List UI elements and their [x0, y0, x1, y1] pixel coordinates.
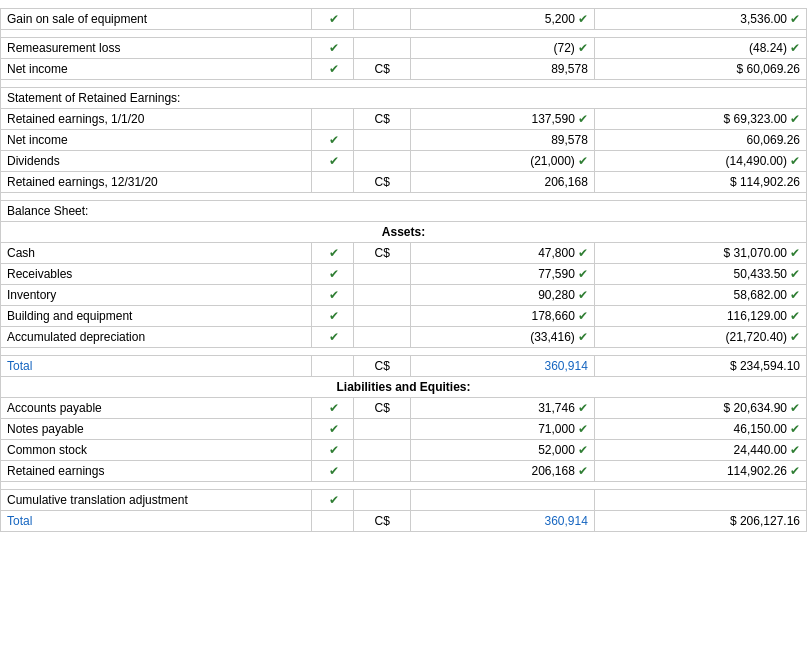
row-label: Building and equipment: [1, 306, 312, 327]
val1-cell: 206,168: [411, 172, 595, 193]
val2-cell: 24,440.00✔: [594, 440, 806, 461]
liabilities-header: Liabilities and Equities:: [1, 377, 807, 398]
currency-col: [354, 130, 411, 151]
val2-cell: 3,536.00✔: [594, 9, 806, 30]
val2-cell: (48.24)✔: [594, 38, 806, 59]
val1-cell: (33,416)✔: [411, 327, 595, 348]
val1-cell: 71,000✔: [411, 419, 595, 440]
currency-col: C$: [354, 243, 411, 264]
row-label: Notes payable: [1, 419, 312, 440]
empty-row: [1, 193, 807, 201]
val1-cell: 5,200✔: [411, 9, 595, 30]
label-check-col: [312, 109, 354, 130]
currency-col: C$: [354, 109, 411, 130]
val2-cell: 46,150.00✔: [594, 419, 806, 440]
check-icon: ✔: [790, 330, 800, 344]
val2-cell: $ 114,902.26: [594, 172, 806, 193]
val2-cell: $ 60,069.26: [594, 59, 806, 80]
val1-cell: (72)✔: [411, 38, 595, 59]
row-label: Dividends: [1, 151, 312, 172]
section-header: Statement of Retained Earnings:: [1, 88, 807, 109]
check-icon: ✔: [578, 330, 588, 344]
currency-col: C$: [354, 59, 411, 80]
currency-col: [354, 9, 411, 30]
value-cell: $ 234,594.10: [594, 356, 806, 377]
row-label: Retained earnings: [1, 461, 312, 482]
check-icon: ✔: [790, 12, 800, 26]
val1-cell: 47,800✔: [411, 243, 595, 264]
label-check-col: ✔: [312, 59, 354, 80]
val2-cell: (21,720.40)✔: [594, 327, 806, 348]
value-cell: 360,914: [411, 511, 595, 532]
check-icon: ✔: [329, 464, 339, 478]
check-col: [312, 511, 354, 532]
val2-cell: [594, 490, 806, 511]
check-icon: ✔: [790, 464, 800, 478]
val1-cell: 31,746✔: [411, 398, 595, 419]
currency-col: C$: [354, 172, 411, 193]
check-icon: ✔: [329, 493, 339, 507]
check-icon: ✔: [578, 464, 588, 478]
check-icon: ✔: [329, 401, 339, 415]
check-icon: ✔: [329, 330, 339, 344]
check-icon: ✔: [329, 422, 339, 436]
row-label: Accumulated depreciation: [1, 327, 312, 348]
currency-col: [354, 264, 411, 285]
currency-col: [354, 419, 411, 440]
value-cell: $ 206,127.16: [594, 511, 806, 532]
currency-col: [354, 38, 411, 59]
val1-cell: 52,000✔: [411, 440, 595, 461]
total-label: Total: [1, 356, 312, 377]
main-container: Gain on sale of equipment ✔ 5,200✔ 3,536…: [0, 0, 807, 540]
check-icon: ✔: [329, 309, 339, 323]
empty-row: [1, 482, 807, 490]
val2-cell: 58,682.00✔: [594, 285, 806, 306]
label-check-col: ✔: [312, 327, 354, 348]
check-icon: ✔: [329, 154, 339, 168]
value-cell: 360,914: [411, 356, 595, 377]
row-label: Cumulative translation adjustment: [1, 490, 312, 511]
currency-col: [354, 327, 411, 348]
row-label: Receivables: [1, 264, 312, 285]
check-icon: ✔: [578, 267, 588, 281]
check-icon: ✔: [790, 41, 800, 55]
row-label: Retained earnings, 1/1/20: [1, 109, 312, 130]
val1-cell: (21,000)✔: [411, 151, 595, 172]
total-label: Total: [1, 511, 312, 532]
check-icon: ✔: [790, 267, 800, 281]
label-check-col: ✔: [312, 440, 354, 461]
empty-row: [1, 30, 807, 38]
label-check-col: ✔: [312, 264, 354, 285]
row-label: Cash: [1, 243, 312, 264]
check-icon: ✔: [578, 112, 588, 126]
row-label: Remeasurement loss: [1, 38, 312, 59]
val1-cell: 137,590✔: [411, 109, 595, 130]
currency-col: C$: [354, 356, 411, 377]
label-check-col: ✔: [312, 9, 354, 30]
check-icon: ✔: [329, 288, 339, 302]
val2-cell: $ 31,070.00✔: [594, 243, 806, 264]
val1-cell: 90,280✔: [411, 285, 595, 306]
label-check-col: ✔: [312, 490, 354, 511]
check-icon: ✔: [578, 288, 588, 302]
check-icon: ✔: [578, 246, 588, 260]
currency-col: C$: [354, 398, 411, 419]
currency-col: [354, 490, 411, 511]
label-check-col: [312, 172, 354, 193]
label-check-col: ✔: [312, 38, 354, 59]
label-check-col: ✔: [312, 306, 354, 327]
check-icon: ✔: [329, 41, 339, 55]
label-check-col: ✔: [312, 243, 354, 264]
check-icon: ✔: [578, 154, 588, 168]
row-label: Inventory: [1, 285, 312, 306]
row-label: Gain on sale of equipment: [1, 9, 312, 30]
check-icon: ✔: [790, 443, 800, 457]
check-icon: ✔: [329, 12, 339, 26]
check-icon: ✔: [790, 422, 800, 436]
check-icon: ✔: [578, 309, 588, 323]
empty-row: [1, 80, 807, 88]
assets-header: Assets:: [1, 222, 807, 243]
check-icon: ✔: [790, 288, 800, 302]
check-icon: ✔: [578, 422, 588, 436]
val2-cell: $ 69,323.00✔: [594, 109, 806, 130]
